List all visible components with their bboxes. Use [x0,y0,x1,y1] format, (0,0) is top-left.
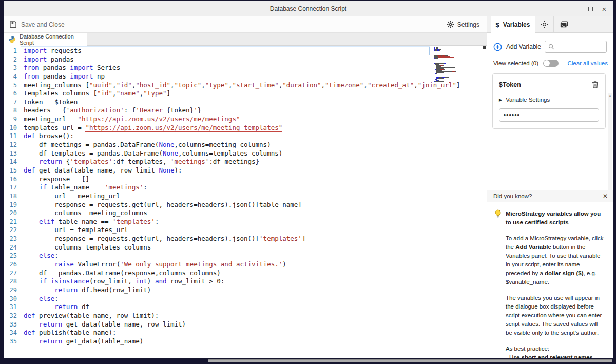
dollar-icon: $ [496,21,499,29]
scroll-up-icon[interactable]: ▲ [608,93,612,99]
code-line[interactable]: 11def browse(): [4,132,482,141]
code-line[interactable]: 16 response = [] [4,175,482,184]
code-editor[interactable]: 1import requests2import pandas3from pand… [4,46,487,358]
code-line[interactable]: 22 url = templates_url [4,226,482,235]
code-line[interactable]: 30 else: [4,295,482,303]
variable-value-input[interactable]: •••••• [499,108,599,122]
console-icon [560,21,568,28]
code-line[interactable]: 9meeting_url = "https://api.zoom.us/v2/u… [4,115,482,124]
line-number: 27 [4,269,17,278]
code-line[interactable]: 8headers = {'authorization': f'Bearer {t… [4,106,482,115]
code-line[interactable]: 4from pandas import np [4,72,482,81]
variable-card-header: $Token [499,81,599,89]
settings-button[interactable]: Settings [447,21,479,28]
line-number: 22 [4,226,17,235]
code-line[interactable]: 2import pandas [4,55,482,64]
close-button[interactable]: × [600,4,609,13]
code-line[interactable]: 19 response = requests.get(url, headers=… [4,201,482,209]
tab-packages[interactable] [535,16,554,32]
delete-variable-button[interactable] [591,81,599,89]
did-you-know-header: Did you know? ✕ [487,190,613,202]
scrollbar-thumb[interactable] [483,46,486,49]
settings-label: Settings [457,21,479,28]
did-you-know-body: MicroStrategy variables allow you to use… [487,202,613,358]
code-line[interactable]: 15def get_data(table_name, row_limit=Non… [4,166,482,175]
python-icon [9,36,16,43]
maximize-icon [588,7,593,11]
variable-card-token: $Token ▶ Variable Settings •••••• [492,73,606,129]
code-line[interactable]: 24 columns=templates_columns [4,243,482,252]
title-bar[interactable]: Database Connection Script × [4,1,613,16]
line-number: 32 [4,312,17,320]
code-line[interactable]: 17 if table_name == 'meetings': [4,183,482,192]
window-title: Database Connection Script [4,5,613,12]
code-line[interactable]: 35 return get_data(table_name) [4,337,482,346]
did-you-know-close-button[interactable]: ✕ [603,193,608,200]
tip-header: MicroStrategy variables allow you to use… [494,209,606,227]
code-line[interactable]: 27 df = pandas.DataFrame(response,column… [4,269,482,278]
view-selected-row: View selected (0) Clear all values [493,60,608,67]
add-variable-button[interactable]: Add Variable [493,43,541,51]
code-line[interactable]: 23 response = requests.get(url, headers=… [4,235,482,243]
line-number: 19 [4,201,17,209]
line-number: 3 [4,64,17,72]
code-line[interactable]: 10templates_url = "https://api.zoom.us/v… [4,124,482,132]
add-variable-label: Add Variable [506,43,541,50]
horizontal-scrollbar[interactable] [208,359,612,362]
variable-settings-expander[interactable]: ▶ Variable Settings [499,97,599,103]
right-panel-header: $ Variables [487,16,613,33]
line-number: 17 [4,183,17,192]
code-line[interactable]: 31 return df [4,303,482,312]
close-icon: × [602,5,607,13]
text-cursor [521,112,521,118]
tab-database-connection-script[interactable]: Database Connection Script [4,33,87,46]
line-number: 21 [4,218,17,226]
code-line[interactable]: 18 url = meeting_url [4,192,482,201]
window-bottom-border [0,358,616,364]
did-you-know-panel: Did you know? ✕ MicroStrategy variables … [487,190,613,358]
tab-label: Database Connection Script [20,33,87,46]
line-number: 7 [4,98,17,107]
code-line[interactable]: 33 return get_data(table_name, row_limit… [4,320,482,329]
code-line[interactable]: 20 columns= meeting_columns [4,209,482,218]
code-line[interactable]: 1import requests [4,47,482,55]
search-input[interactable] [554,44,606,50]
masked-value: •••••• [504,112,520,118]
trash-icon [591,81,599,89]
tab-console[interactable] [554,16,573,32]
line-number: 13 [4,149,17,158]
code-line[interactable]: 12 df_meetings = pandas.DataFrame(None,c… [4,141,482,149]
maximize-button[interactable] [586,4,595,13]
line-number: 28 [4,277,17,286]
minimap[interactable] [434,47,466,99]
code-line[interactable]: 34def publish(table_name): [4,329,482,337]
code-line[interactable]: 3from pandas import Series [4,64,482,72]
code-line[interactable]: 13 df_templates = pandas.DataFrame(None,… [4,149,482,158]
clear-all-values-link[interactable]: Clear all values [567,60,608,66]
editor-tab-strip: Database Connection Script [4,33,487,46]
line-number: 20 [4,209,17,218]
panel-scrollbar[interactable]: ▲ [608,93,612,192]
code-line[interactable]: 14 return {'templates':df_templates, 'me… [4,158,482,166]
line-number: 9 [4,115,17,124]
code-line[interactable]: 21 elif table_name == 'templates': [4,218,482,226]
code-line[interactable]: 6templates_columns=["id","name","type"] [4,89,482,98]
line-number: 33 [4,320,17,329]
minimize-button[interactable] [572,4,581,13]
code-line[interactable]: 26 raise ValueError('We only support mee… [4,260,482,269]
code-line[interactable]: 25 else: [4,252,482,260]
view-selected-toggle[interactable] [543,60,559,67]
code-line[interactable]: 32def preview(table_name, row_limit): [4,312,482,320]
tip-best-practice-title: As best practice: [506,344,606,353]
tab-variables[interactable]: $ Variables [491,16,535,33]
code-line[interactable]: 28 if isinstance(row_limit, int) and row… [4,277,482,286]
save-and-close-button[interactable]: Save and Close [9,21,65,28]
code-line[interactable]: 5meeting_columns=["uuid","id","host_id",… [4,81,482,90]
line-number: 35 [4,337,17,346]
code-line[interactable]: 7token = $Token [4,98,482,107]
editor-vertical-scrollbar[interactable] [483,46,486,356]
line-number: 31 [4,303,17,312]
gear-icon [447,21,454,28]
code-line[interactable]: 29 return df.head(row_limit) [4,286,482,295]
variable-search-box[interactable] [545,41,607,53]
